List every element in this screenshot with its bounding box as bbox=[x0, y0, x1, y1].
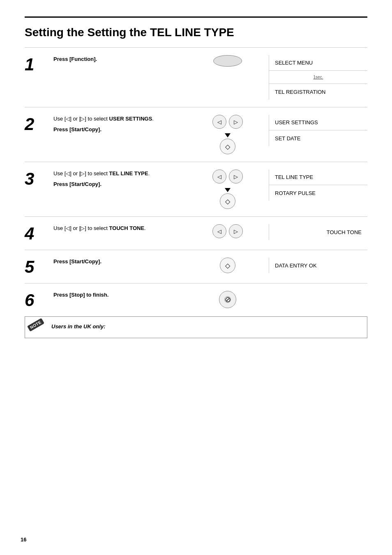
step-3-text-line1: Use [◁] or [▷] to select TEL LINE TYPE. bbox=[53, 170, 187, 178]
step-1-icon bbox=[187, 55, 269, 67]
arrow-down-icon-3 bbox=[225, 188, 231, 192]
display-user-settings: USER SETTINGS bbox=[269, 115, 367, 130]
step-4-icon: ◁ ▷ bbox=[187, 224, 269, 242]
start-copy-button[interactable]: ◇ bbox=[220, 139, 235, 154]
display-select-menu: SELECT MENU bbox=[269, 55, 367, 71]
start-copy-button-5[interactable]: ◇ bbox=[220, 258, 235, 273]
left-right-buttons-3: ◁ ▷ bbox=[212, 170, 243, 183]
step-3-display: TEL LINE TYPE ROTARY PULSE bbox=[269, 170, 367, 201]
arrow-down-icon bbox=[225, 133, 231, 137]
step-5-content: Press [Start/Copy]. bbox=[49, 258, 187, 267]
left-arrow-button[interactable]: ◁ bbox=[212, 115, 226, 129]
step-5: 5 Press [Start/Copy]. ◇ DATA ENTRY OK bbox=[25, 250, 367, 283]
step-2-text-line1: Use [◁] or [▷] to select USER SETTINGS. bbox=[53, 115, 187, 123]
step-3: 3 Use [◁] or [▷] to select TEL LINE TYPE… bbox=[25, 162, 367, 216]
step-3-icon: ◁ ▷ ◇ bbox=[187, 170, 269, 209]
right-arrow-button-3[interactable]: ▷ bbox=[229, 170, 243, 183]
step-6-content: Press [Stop] to finish. bbox=[49, 291, 187, 301]
display-set-date: SET DATE bbox=[269, 130, 367, 146]
note-box: NOTE Users in the UK only: bbox=[25, 316, 367, 338]
step-6-icon: ⊘ bbox=[187, 291, 269, 308]
step-2-content: Use [◁] or [▷] to select USER SETTINGS. … bbox=[49, 115, 187, 135]
step-1-display: SELECT MENU 1sec. TEL REGISTRATION bbox=[269, 55, 367, 100]
note-text: Users in the UK only: bbox=[51, 323, 105, 330]
display-touch-tone: TOUCH TONE bbox=[269, 224, 367, 240]
page: Setting the Setting the TEL LINE TYPE 1 … bbox=[0, 0, 392, 555]
step-1-text: Press [Function]. bbox=[53, 55, 187, 63]
step-number-4: 4 bbox=[25, 225, 49, 242]
step-number-2: 2 bbox=[25, 116, 49, 133]
top-border bbox=[25, 16, 367, 18]
page-number: 16 bbox=[21, 536, 26, 543]
display-rotary-pulse: ROTARY PULSE bbox=[269, 185, 367, 201]
display-tel-line-type: TEL LINE TYPE bbox=[269, 170, 367, 185]
left-right-buttons: ◁ ▷ bbox=[212, 115, 243, 129]
display-tel-registration: TEL REGISTRATION bbox=[269, 84, 367, 100]
display-tsec: 1sec. bbox=[269, 71, 367, 84]
start-copy-button-3[interactable]: ◇ bbox=[220, 193, 235, 209]
step-1-content: Press [Function]. bbox=[49, 55, 187, 65]
steps-container: 1 Press [Function]. SELECT MENU 1sec. TE… bbox=[25, 47, 367, 316]
stop-button[interactable]: ⊘ bbox=[219, 291, 236, 308]
step-4-content: Use [◁] or [▷] to select TOUCH TONE. bbox=[49, 224, 187, 234]
step-2-text-line2: Press [Start/Copy]. bbox=[53, 125, 187, 134]
right-arrow-button-4[interactable]: ▷ bbox=[229, 224, 243, 238]
step-4-display: TOUCH TONE bbox=[269, 224, 367, 240]
step-5-icon: ◇ bbox=[187, 258, 269, 273]
step-2-display: USER SETTINGS SET DATE bbox=[269, 115, 367, 146]
step-6-text: Press [Stop] to finish. bbox=[53, 291, 187, 299]
left-arrow-button-4[interactable]: ◁ bbox=[212, 224, 226, 238]
left-right-buttons-4: ◁ ▷ bbox=[212, 224, 243, 238]
left-arrow-button-3[interactable]: ◁ bbox=[212, 170, 226, 183]
page-title: Setting the Setting the TEL LINE TYPE bbox=[25, 26, 367, 39]
step-5-text: Press [Start/Copy]. bbox=[53, 258, 187, 266]
step-5-display: DATA ENTRY OK bbox=[269, 258, 367, 273]
right-arrow-button[interactable]: ▷ bbox=[229, 115, 243, 129]
step-number-1: 1 bbox=[25, 56, 49, 73]
display-data-entry-ok: DATA ENTRY OK bbox=[269, 258, 367, 273]
step-4-text-line1: Use [◁] or [▷] to select TOUCH TONE. bbox=[53, 224, 187, 232]
step-3-text-line2: Press [Start/Copy]. bbox=[53, 180, 187, 188]
step-number-3: 3 bbox=[25, 170, 49, 188]
step-4: 4 Use [◁] or [▷] to select TOUCH TONE. ◁… bbox=[25, 216, 367, 250]
step-3-content: Use [◁] or [▷] to select TEL LINE TYPE. … bbox=[49, 170, 187, 190]
step-number-6: 6 bbox=[25, 292, 49, 309]
step-number-5: 5 bbox=[25, 258, 49, 276]
function-button-icon[interactable] bbox=[213, 55, 242, 67]
step-2-icon: ◁ ▷ ◇ bbox=[187, 115, 269, 154]
step-2: 2 Use [◁] or [▷] to select USER SETTINGS… bbox=[25, 107, 367, 162]
step-6: 6 Press [Stop] to finish. ⊘ bbox=[25, 283, 367, 316]
step-1: 1 Press [Function]. SELECT MENU 1sec. TE… bbox=[25, 47, 367, 107]
note-badge: NOTE bbox=[27, 318, 44, 332]
